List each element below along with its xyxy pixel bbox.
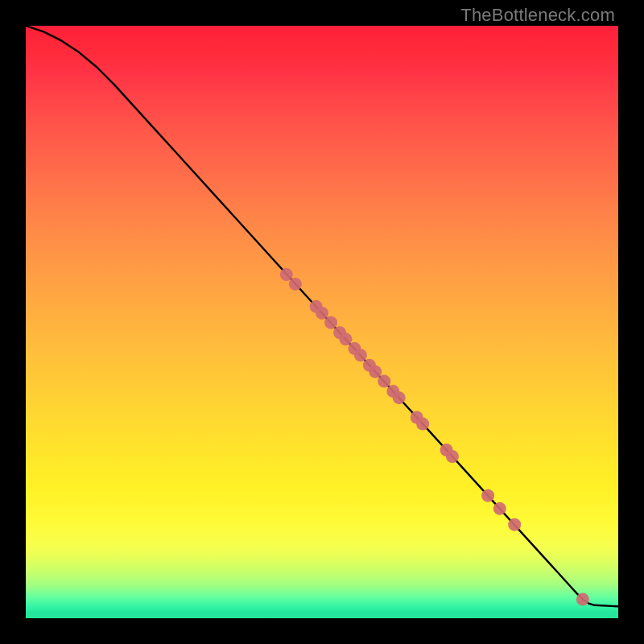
chart-svg [26,26,618,618]
watermark-text: TheBottleneck.com [460,5,615,26]
chart-container: TheBottleneck.com [0,0,644,644]
data-point [446,450,459,463]
data-point [378,375,390,388]
data-point [576,592,589,605]
plot-area [26,26,618,618]
data-point [289,278,302,291]
data-point [316,307,328,320]
data-point [416,418,429,431]
data-point [369,365,382,378]
data-point [393,391,406,404]
data-point [324,316,337,329]
data-point [354,349,367,361]
data-point [280,268,293,281]
data-point [481,489,494,502]
data-point [493,502,506,515]
data-point [339,332,352,345]
data-point [508,518,521,531]
